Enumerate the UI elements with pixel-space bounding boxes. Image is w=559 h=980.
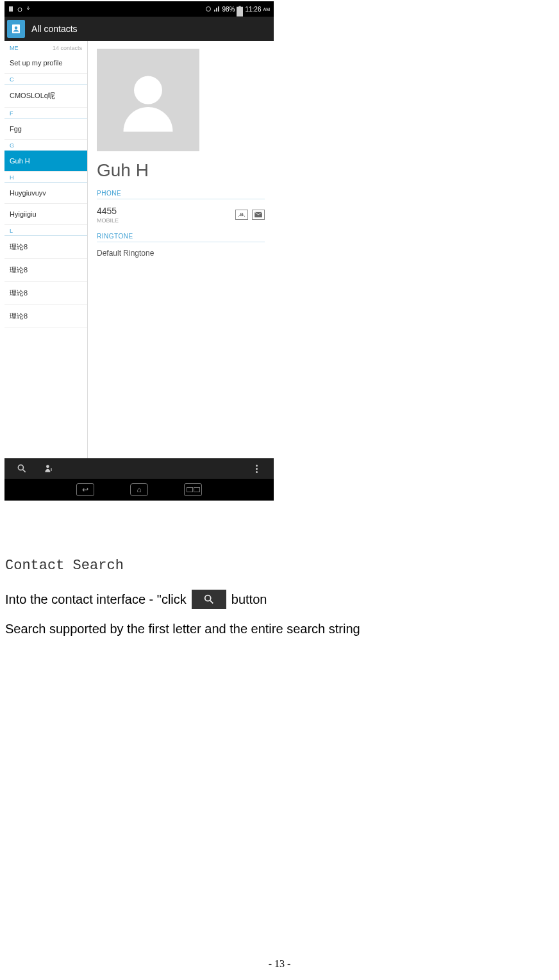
signal-icon	[213, 6, 220, 12]
sidebar-item[interactable]: 理论8	[4, 305, 87, 328]
status-time: 11:26	[245, 6, 261, 13]
svg-point-7	[134, 76, 162, 104]
phone-entry[interactable]: 4455 MOBILE	[97, 206, 265, 224]
sidebar-item[interactable]: 理论8	[4, 282, 87, 305]
search-button[interactable]	[8, 460, 35, 478]
svg-rect-3	[237, 7, 243, 17]
avatar	[97, 49, 199, 151]
status-ampm: AM	[263, 7, 271, 12]
doc-line-2: Search supported by the first letter and…	[5, 622, 360, 636]
nav-recent-button[interactable]	[184, 483, 202, 496]
sync-icon	[205, 6, 212, 12]
nav-back-button[interactable]	[76, 483, 94, 496]
sidebar-item[interactable]: 理论8	[4, 259, 87, 282]
inline-search-icon	[192, 590, 226, 609]
sidebar-item[interactable]: Guh H	[4, 151, 87, 172]
sidebar-item[interactable]: 理论8	[4, 236, 87, 259]
app-bar: All contacts	[4, 17, 274, 41]
sidebar-item[interactable]: Huygiuvuyv	[4, 183, 87, 204]
doc-line-1: Into the contact interface - "click butt…	[5, 590, 267, 609]
sdcard-icon	[8, 6, 15, 12]
action-bar	[4, 458, 274, 479]
sidebar-item[interactable]: Fgg	[4, 119, 87, 140]
battery-pct: 98%	[222, 6, 235, 13]
nav-home-button[interactable]	[130, 483, 148, 496]
svg-line-11	[23, 470, 26, 472]
download-icon	[25, 6, 31, 12]
svg-point-14	[204, 595, 210, 601]
add-contact-button[interactable]	[35, 460, 62, 478]
section-letter: H	[4, 172, 87, 183]
page-number: - 13 -	[0, 958, 559, 970]
contact-name: Guh H	[97, 160, 265, 181]
alarm-icon	[17, 6, 23, 12]
phone-number: 4455	[97, 206, 119, 216]
phone-section-label: PHONE	[97, 190, 265, 199]
svg-rect-0	[9, 6, 13, 12]
svg-point-2	[206, 7, 211, 12]
section-letter: C	[4, 74, 87, 85]
sidebar-item[interactable]: CMOSLOLq呢	[4, 85, 87, 108]
doc-line-1b: button	[231, 592, 267, 607]
call-icon[interactable]	[235, 210, 248, 220]
section-heading: Contact Search	[5, 558, 124, 574]
doc-line-1a: Into the contact interface - "click	[5, 592, 187, 607]
section-letter: L	[4, 225, 87, 236]
app-title: All contacts	[31, 24, 78, 34]
content-pane: ME 14 contacts Set up my profile CCMOSLO…	[4, 41, 274, 458]
tablet-screenshot: 98% 11:26 AM All contacts ME 14 contacts…	[4, 1, 274, 501]
ringtone-value[interactable]: Default Ringtone	[97, 249, 265, 258]
contacts-sidebar: ME 14 contacts Set up my profile CCMOSLO…	[4, 41, 88, 458]
svg-point-1	[18, 8, 22, 12]
status-bar: 98% 11:26 AM	[4, 1, 274, 17]
contacts-app-icon[interactable]	[7, 20, 25, 38]
setup-profile[interactable]: Set up my profile	[4, 53, 87, 74]
me-label: ME	[10, 45, 19, 51]
sidebar-item[interactable]: Hyigiigiu	[4, 204, 87, 225]
svg-line-15	[210, 601, 213, 604]
contact-detail: Guh H PHONE 4455 MOBILE	[88, 41, 274, 458]
system-nav-bar	[4, 479, 274, 501]
message-icon[interactable]	[252, 210, 265, 220]
svg-point-12	[46, 465, 49, 468]
svg-rect-4	[239, 6, 241, 7]
contacts-count: 14 contacts	[53, 45, 82, 51]
svg-point-6	[15, 26, 18, 29]
battery-icon	[237, 6, 243, 12]
ringtone-section-label: RINGTONE	[97, 233, 265, 242]
sidebar-list: CCMOSLOLq呢FFggGGuh HHHuygiuvuyvHyigiigiu…	[4, 74, 87, 328]
overflow-menu-button[interactable]	[243, 460, 270, 478]
section-letter: G	[4, 140, 87, 151]
svg-point-10	[18, 465, 23, 470]
section-letter: F	[4, 108, 87, 119]
phone-type: MOBILE	[97, 217, 119, 224]
